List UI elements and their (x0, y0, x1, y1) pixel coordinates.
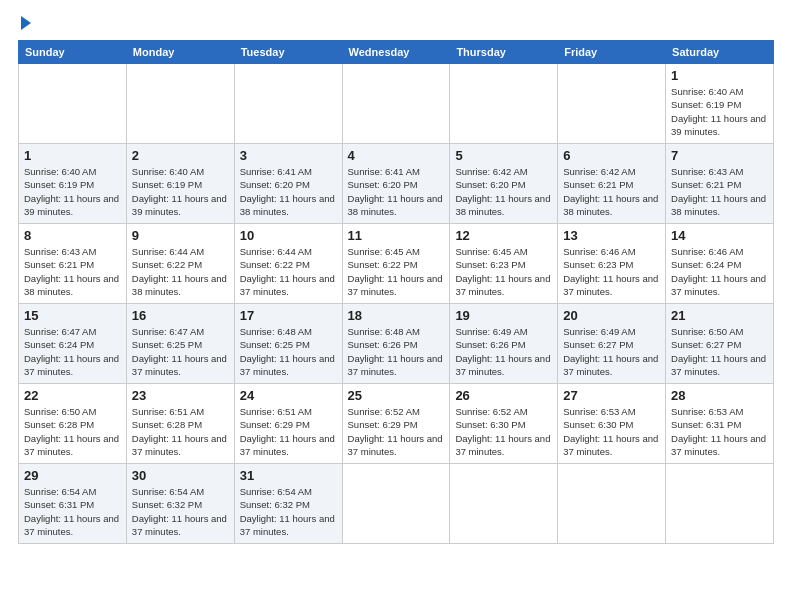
day-number: 30 (132, 468, 229, 483)
day-info: Sunrise: 6:43 AMSunset: 6:21 PMDaylight:… (24, 245, 121, 298)
calendar-cell (19, 64, 127, 144)
day-number: 2 (132, 148, 229, 163)
calendar-cell: 3Sunrise: 6:41 AMSunset: 6:20 PMDaylight… (234, 144, 342, 224)
day-number: 17 (240, 308, 337, 323)
day-number: 26 (455, 388, 552, 403)
calendar-cell: 21Sunrise: 6:50 AMSunset: 6:27 PMDayligh… (666, 304, 774, 384)
day-number: 27 (563, 388, 660, 403)
day-info: Sunrise: 6:52 AMSunset: 6:29 PMDaylight:… (348, 405, 445, 458)
day-number: 22 (24, 388, 121, 403)
calendar-cell: 25Sunrise: 6:52 AMSunset: 6:29 PMDayligh… (342, 384, 450, 464)
day-number: 3 (240, 148, 337, 163)
day-number: 18 (348, 308, 445, 323)
calendar-cell: 27Sunrise: 6:53 AMSunset: 6:30 PMDayligh… (558, 384, 666, 464)
calendar-week-row: 1Sunrise: 6:40 AMSunset: 6:19 PMDaylight… (19, 64, 774, 144)
day-of-week-header: Thursday (450, 41, 558, 64)
day-number: 4 (348, 148, 445, 163)
calendar-header-row: SundayMondayTuesdayWednesdayThursdayFrid… (19, 41, 774, 64)
day-of-week-header: Friday (558, 41, 666, 64)
day-number: 7 (671, 148, 768, 163)
day-info: Sunrise: 6:42 AMSunset: 6:20 PMDaylight:… (455, 165, 552, 218)
day-info: Sunrise: 6:48 AMSunset: 6:26 PMDaylight:… (348, 325, 445, 378)
day-number: 15 (24, 308, 121, 323)
day-info: Sunrise: 6:40 AMSunset: 6:19 PMDaylight:… (24, 165, 121, 218)
calendar-cell: 18Sunrise: 6:48 AMSunset: 6:26 PMDayligh… (342, 304, 450, 384)
day-number: 5 (455, 148, 552, 163)
day-info: Sunrise: 6:48 AMSunset: 6:25 PMDaylight:… (240, 325, 337, 378)
calendar-cell: 30Sunrise: 6:54 AMSunset: 6:32 PMDayligh… (126, 464, 234, 544)
day-number: 25 (348, 388, 445, 403)
calendar-week-row: 1Sunrise: 6:40 AMSunset: 6:19 PMDaylight… (19, 144, 774, 224)
calendar-cell: 4Sunrise: 6:41 AMSunset: 6:20 PMDaylight… (342, 144, 450, 224)
calendar-cell (126, 64, 234, 144)
day-number: 1 (671, 68, 768, 83)
day-info: Sunrise: 6:46 AMSunset: 6:24 PMDaylight:… (671, 245, 768, 298)
day-info: Sunrise: 6:52 AMSunset: 6:30 PMDaylight:… (455, 405, 552, 458)
day-number: 11 (348, 228, 445, 243)
calendar-cell: 31Sunrise: 6:54 AMSunset: 6:32 PMDayligh… (234, 464, 342, 544)
calendar-cell: 17Sunrise: 6:48 AMSunset: 6:25 PMDayligh… (234, 304, 342, 384)
day-info: Sunrise: 6:51 AMSunset: 6:28 PMDaylight:… (132, 405, 229, 458)
day-number: 1 (24, 148, 121, 163)
calendar-cell: 12Sunrise: 6:45 AMSunset: 6:23 PMDayligh… (450, 224, 558, 304)
calendar-cell: 22Sunrise: 6:50 AMSunset: 6:28 PMDayligh… (19, 384, 127, 464)
day-info: Sunrise: 6:50 AMSunset: 6:28 PMDaylight:… (24, 405, 121, 458)
calendar-cell: 1Sunrise: 6:40 AMSunset: 6:19 PMDaylight… (666, 64, 774, 144)
day-info: Sunrise: 6:51 AMSunset: 6:29 PMDaylight:… (240, 405, 337, 458)
calendar-cell (450, 64, 558, 144)
day-info: Sunrise: 6:43 AMSunset: 6:21 PMDaylight:… (671, 165, 768, 218)
day-number: 12 (455, 228, 552, 243)
day-info: Sunrise: 6:45 AMSunset: 6:22 PMDaylight:… (348, 245, 445, 298)
page: SundayMondayTuesdayWednesdayThursdayFrid… (0, 0, 792, 612)
day-info: Sunrise: 6:44 AMSunset: 6:22 PMDaylight:… (240, 245, 337, 298)
calendar-cell: 10Sunrise: 6:44 AMSunset: 6:22 PMDayligh… (234, 224, 342, 304)
day-info: Sunrise: 6:49 AMSunset: 6:27 PMDaylight:… (563, 325, 660, 378)
day-info: Sunrise: 6:47 AMSunset: 6:25 PMDaylight:… (132, 325, 229, 378)
day-info: Sunrise: 6:49 AMSunset: 6:26 PMDaylight:… (455, 325, 552, 378)
calendar-cell (342, 464, 450, 544)
day-of-week-header: Wednesday (342, 41, 450, 64)
day-info: Sunrise: 6:53 AMSunset: 6:30 PMDaylight:… (563, 405, 660, 458)
calendar-cell: 20Sunrise: 6:49 AMSunset: 6:27 PMDayligh… (558, 304, 666, 384)
calendar-cell: 28Sunrise: 6:53 AMSunset: 6:31 PMDayligh… (666, 384, 774, 464)
day-of-week-header: Sunday (19, 41, 127, 64)
day-info: Sunrise: 6:40 AMSunset: 6:19 PMDaylight:… (671, 85, 768, 138)
calendar-cell (558, 464, 666, 544)
calendar-week-row: 15Sunrise: 6:47 AMSunset: 6:24 PMDayligh… (19, 304, 774, 384)
day-number: 14 (671, 228, 768, 243)
day-number: 24 (240, 388, 337, 403)
logo-arrow-icon (21, 16, 31, 30)
day-of-week-header: Saturday (666, 41, 774, 64)
calendar-week-row: 29Sunrise: 6:54 AMSunset: 6:31 PMDayligh… (19, 464, 774, 544)
day-number: 16 (132, 308, 229, 323)
calendar-cell: 26Sunrise: 6:52 AMSunset: 6:30 PMDayligh… (450, 384, 558, 464)
day-info: Sunrise: 6:42 AMSunset: 6:21 PMDaylight:… (563, 165, 660, 218)
day-info: Sunrise: 6:54 AMSunset: 6:32 PMDaylight:… (132, 485, 229, 538)
day-number: 19 (455, 308, 552, 323)
calendar-cell: 29Sunrise: 6:54 AMSunset: 6:31 PMDayligh… (19, 464, 127, 544)
logo (18, 18, 31, 30)
calendar-cell: 23Sunrise: 6:51 AMSunset: 6:28 PMDayligh… (126, 384, 234, 464)
calendar-cell (666, 464, 774, 544)
day-number: 20 (563, 308, 660, 323)
day-info: Sunrise: 6:44 AMSunset: 6:22 PMDaylight:… (132, 245, 229, 298)
calendar-cell: 6Sunrise: 6:42 AMSunset: 6:21 PMDaylight… (558, 144, 666, 224)
calendar-week-row: 22Sunrise: 6:50 AMSunset: 6:28 PMDayligh… (19, 384, 774, 464)
calendar-cell (342, 64, 450, 144)
day-number: 9 (132, 228, 229, 243)
calendar-cell: 7Sunrise: 6:43 AMSunset: 6:21 PMDaylight… (666, 144, 774, 224)
calendar-cell: 14Sunrise: 6:46 AMSunset: 6:24 PMDayligh… (666, 224, 774, 304)
day-number: 23 (132, 388, 229, 403)
calendar-cell (234, 64, 342, 144)
day-number: 31 (240, 468, 337, 483)
day-number: 13 (563, 228, 660, 243)
calendar-cell: 15Sunrise: 6:47 AMSunset: 6:24 PMDayligh… (19, 304, 127, 384)
calendar-cell (558, 64, 666, 144)
day-number: 8 (24, 228, 121, 243)
calendar-cell: 13Sunrise: 6:46 AMSunset: 6:23 PMDayligh… (558, 224, 666, 304)
calendar-cell: 5Sunrise: 6:42 AMSunset: 6:20 PMDaylight… (450, 144, 558, 224)
calendar-cell: 8Sunrise: 6:43 AMSunset: 6:21 PMDaylight… (19, 224, 127, 304)
day-info: Sunrise: 6:54 AMSunset: 6:31 PMDaylight:… (24, 485, 121, 538)
day-info: Sunrise: 6:46 AMSunset: 6:23 PMDaylight:… (563, 245, 660, 298)
day-number: 10 (240, 228, 337, 243)
